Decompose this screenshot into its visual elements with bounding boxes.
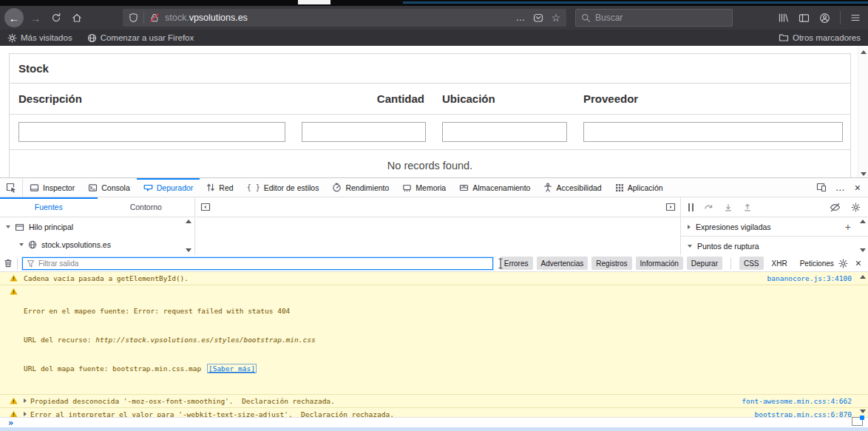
saber-mas-link[interactable]: [Saber más] [207,364,257,373]
scroll-up-icon[interactable] [186,220,191,223]
tab-almacenamiento[interactable]: Almacenamiento [452,178,537,197]
sources-scrollbar[interactable] [185,220,192,252]
gear-icon [7,33,17,43]
url-bar[interactable]: stock.vpsolutions.es … ☆ [123,9,566,27]
step-over-icon[interactable] [704,203,713,211]
pause-button[interactable] [688,203,694,211]
deactivate-breakpoints-icon[interactable] [830,203,841,212]
tab-fuentes[interactable]: Fuentes [0,197,98,217]
scroll-down-icon[interactable] [861,172,867,176]
expand-caret-icon[interactable] [19,243,24,246]
toolbar-divider [840,11,841,24]
tab-memoria[interactable]: Memoria [396,178,452,197]
source-link[interactable]: bootstrap.min.css:6:870 [745,410,852,417]
expand-panes-icon[interactable] [665,203,676,211]
console-close-icon[interactable]: × [855,258,861,268]
pocket-icon[interactable] [533,13,543,23]
console-warning-row: Cadena vacía pasada a getElementById(). … [0,272,868,285]
watch-expressions-section[interactable]: Expresiones vigiladas + [681,217,868,237]
console-prompt-icon: » [8,418,13,427]
filter-input-cantidad[interactable] [302,122,426,142]
sources-pane-tabs: Fuentes Contorno [0,197,194,217]
filter-errores-button[interactable]: Errores [500,257,533,270]
scroll-up-icon[interactable] [861,50,867,54]
scroll-down-icon[interactable] [186,248,191,252]
console-settings-gear-icon[interactable] [838,259,848,268]
search-placeholder: Buscar [595,13,623,23]
right-pane-scrollbar[interactable] [859,220,867,252]
back-button[interactable]: ← [4,8,24,27]
reload-button[interactable] [47,9,65,27]
console-panel: Filtrar salida Errores Advertencias Regi… [0,255,868,431]
expand-message-caret[interactable] [24,398,27,403]
devtools-tabbar: Inspector Consola Depurador Red { } Edit… [0,178,868,197]
console-filter-buttons: Errores Advertencias Registros Informaci… [500,257,838,270]
tab-inspector[interactable]: Inspector [23,178,81,197]
console-scroll-up-icon[interactable] [860,275,866,279]
search-input[interactable]: Buscar [575,9,733,27]
element-picker-button[interactable] [0,178,23,197]
forward-button[interactable]: → [27,9,44,27]
source-link[interactable]: bananocore.js:3:4100 [759,274,852,283]
debugger-icon [143,183,153,192]
tree-item-hilo-principal[interactable]: Hilo principal [0,219,194,235]
filter-depurar-button[interactable]: Depurar [687,257,722,270]
tab-accesibilidad[interactable]: Accesibilidad [537,178,608,197]
library-icon[interactable] [778,13,789,23]
sidebar-toggle-icon[interactable] [799,13,810,23]
step-out-icon[interactable] [743,203,752,211]
source-link[interactable]: font-awesome.min.css:4:662 [733,396,852,406]
bookmark-star-icon[interactable]: ☆ [551,12,560,24]
globe-icon [28,240,37,249]
collapse-sources-pane-icon[interactable] [200,203,211,211]
scroll-down-icon[interactable] [860,248,866,252]
console-bottom-strip [0,427,868,431]
filter-peticiones-button[interactable]: Peticiones [796,257,838,270]
expanded-caret-icon[interactable] [688,245,692,248]
tab-contorno[interactable]: Contorno [98,197,195,217]
home-button[interactable] [68,9,86,27]
toolbar-divider [17,258,18,269]
bookmark-comenzar-firefox[interactable]: Comenzar a usar Firefox [87,33,194,43]
tab-editor-estilos[interactable]: { } Editor de estilos [240,178,326,197]
console-input-row[interactable]: » [0,417,868,427]
account-icon[interactable] [819,13,830,24]
responsive-mode-icon[interactable] [816,183,827,192]
filter-css-button[interactable]: CSS [739,257,764,270]
tab-rendimiento[interactable]: Rendimiento [325,178,396,197]
tab-depurador[interactable]: Depurador [137,178,200,197]
tab-consola[interactable]: Consola [81,178,137,197]
expand-caret-icon[interactable] [6,225,10,228]
collapsed-caret-icon[interactable] [688,225,691,229]
filter-informacion-button[interactable]: Información [636,257,683,270]
filter-advertencias-button[interactable]: Advertencias [537,257,589,270]
add-watch-expression-icon[interactable]: + [845,222,851,232]
page-actions-icon[interactable]: … [515,14,526,21]
step-in-icon[interactable] [724,203,733,211]
bookmark-mas-visitados[interactable]: Más visitados [7,33,72,43]
split-console-toggle-icon[interactable] [852,417,863,426]
breakpoints-section[interactable]: Puntos de ruptura [681,237,868,256]
expand-message-caret[interactable] [24,412,27,416]
tab-red[interactable]: Red [200,178,240,197]
filter-registros-button[interactable]: Registros [591,257,631,270]
tab-aplicacion[interactable]: Aplicación [608,178,670,197]
filter-input-proveedor[interactable] [583,122,843,142]
bookmarks-toolbar: Más visitados Comenzar a usar Firefox Ot… [0,30,868,46]
filter-input-descripcion[interactable] [18,122,285,142]
devtools-close-icon[interactable]: × [855,183,861,193]
console-scroll-down-icon[interactable] [860,410,866,413]
tree-item-domain[interactable]: stock.vpsolutions.es [0,237,194,253]
console-filter-input[interactable]: Filtrar salida [22,257,493,270]
devtools-menu-icon[interactable]: … [835,186,846,190]
debugger-settings-gear-icon[interactable] [851,203,861,212]
element-picker-icon [6,183,17,193]
page-scrollbar[interactable] [858,46,868,177]
filter-input-ubicacion[interactable] [442,122,567,142]
filter-xhr-button[interactable]: XHR [767,257,792,270]
other-bookmarks[interactable]: Otros marcadores [779,33,861,42]
browser-tab-remnant [298,0,330,4]
scroll-up-icon[interactable] [860,220,866,223]
menu-hamburger-icon[interactable] [850,13,861,22]
clear-console-trash-icon[interactable] [4,258,13,268]
